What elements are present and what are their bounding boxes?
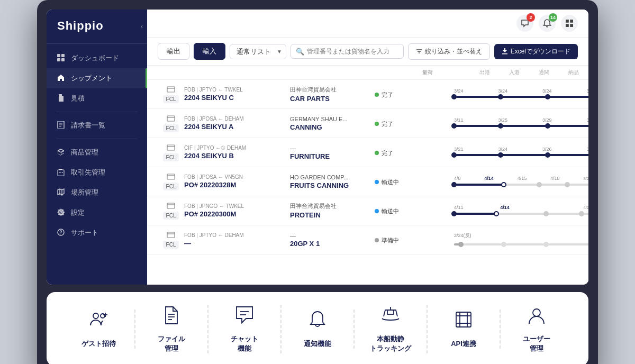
feature-file-mgmt[interactable]: ファイル管理 bbox=[135, 305, 208, 353]
row-type: FCL bbox=[158, 172, 184, 190]
status-dot-preparing bbox=[375, 238, 379, 242]
download-button[interactable]: Excelでダウンロード bbox=[494, 44, 578, 59]
svg-rect-36 bbox=[167, 203, 175, 208]
fcl-label: FCL bbox=[163, 153, 179, 161]
user-mgmt-icon bbox=[527, 305, 547, 329]
ship-info: FOB | JPTYO ← DEHAM — bbox=[184, 232, 290, 247]
chat-button[interactable]: 2 bbox=[516, 15, 533, 32]
feature-api[interactable]: API連携 bbox=[428, 310, 501, 349]
list-select[interactable]: 通常リスト bbox=[230, 44, 286, 59]
ship-name: 2204 SEIKYU B bbox=[184, 152, 290, 160]
download-label: Excelでダウンロード bbox=[511, 47, 570, 56]
table-row: FCL FOB | JPNGO ← TWKEL PO# 20220300M 田神… bbox=[147, 196, 588, 225]
sidebar-label-quote: 見積 bbox=[71, 94, 85, 103]
sidebar-item-partner[interactable]: 取引先管理 bbox=[47, 162, 147, 183]
sidebar-item-dashboard[interactable]: ダッシュボード bbox=[47, 48, 147, 68]
ship-name: PO# 20220328M bbox=[184, 181, 290, 189]
sidebar-item-invoice[interactable]: 請求書一覧 bbox=[47, 115, 147, 135]
col-status bbox=[375, 69, 422, 76]
file-icon bbox=[56, 94, 66, 103]
building-icon bbox=[56, 168, 66, 177]
fcl-label: FCL bbox=[163, 95, 179, 103]
import-tab[interactable]: 輸入 bbox=[194, 43, 225, 60]
svg-point-15 bbox=[60, 233, 61, 234]
ship-name: — bbox=[184, 239, 290, 247]
status-badge: 完了 bbox=[375, 120, 393, 128]
collapse-button[interactable]: ‹ bbox=[141, 23, 147, 30]
chat-feature-icon bbox=[234, 305, 255, 329]
nav-divider-2 bbox=[56, 139, 138, 139]
feature-guest-invite[interactable]: ゲスト招待 bbox=[62, 310, 135, 349]
main-content: 2 14 輸出 輸入 通常リスト ▼ 🔍 bbox=[147, 10, 588, 285]
sidebar-item-location[interactable]: 場所管理 bbox=[47, 183, 147, 203]
feature-chat[interactable]: チャット機能 bbox=[208, 305, 282, 353]
feature-label-api: API連携 bbox=[451, 339, 476, 349]
row-type: FCL bbox=[158, 85, 184, 103]
search-input[interactable] bbox=[291, 44, 404, 59]
table-row: FCL FOB | JPTYO ← TWKEL 2204 SEIKYU C 田神… bbox=[147, 80, 588, 109]
row-type: FCL bbox=[158, 143, 184, 161]
shipment-table: 量荷 出港 入港 通関 納品 F/T bbox=[147, 66, 588, 285]
app-header: 2 14 bbox=[147, 10, 588, 38]
status-cell: 輸送中 bbox=[375, 206, 422, 215]
chat-badge: 2 bbox=[527, 13, 535, 22]
api-icon bbox=[453, 310, 474, 334]
feature-bar: ゲスト招待 ファイル管理 bbox=[47, 292, 588, 364]
ship-route: FOB | JPOSA ← VN5GN bbox=[184, 174, 290, 180]
svg-rect-3 bbox=[61, 58, 65, 61]
sidebar-label-support: サポート bbox=[71, 228, 98, 238]
status-dot bbox=[375, 151, 379, 155]
sidebar-nav: ダッシュボード シップメント 見積 bbox=[47, 44, 147, 285]
timeline-cell: 4/8 4/14 4/15 4/18 8/22迄 bbox=[454, 174, 588, 189]
cargo-info: 田神台湾貿易会社 PROTEIN bbox=[290, 202, 375, 219]
sidebar-item-quote[interactable]: 見積 bbox=[47, 88, 147, 108]
ship-name: 2204 SEIKYU C bbox=[184, 94, 290, 102]
svg-point-63 bbox=[533, 309, 540, 316]
fcl-label: FCL bbox=[163, 212, 179, 220]
logo-wrap: Shippio ‹ bbox=[47, 10, 147, 44]
row-type: FCL bbox=[158, 114, 184, 132]
gear-icon bbox=[56, 208, 66, 217]
sidebar-item-support[interactable]: サポート bbox=[47, 223, 147, 243]
notification-button[interactable]: 14 bbox=[539, 15, 556, 32]
question-icon bbox=[56, 229, 66, 238]
svg-rect-23 bbox=[502, 53, 507, 54]
status-cell: 輸送中 bbox=[375, 177, 422, 186]
ship-info: FOB | JPNGO ← TWKEL PO# 20220300M bbox=[184, 203, 290, 218]
timeline-cell: 3/243/243/243/24 bbox=[454, 87, 588, 102]
feature-label-chat: チャット機能 bbox=[231, 334, 258, 353]
fcl-label: FCL bbox=[163, 241, 179, 249]
feature-label-vessel: 本船動静トラッキング bbox=[370, 334, 411, 353]
row-type: FCL bbox=[158, 202, 184, 220]
export-tab[interactable]: 輸出 bbox=[158, 43, 189, 60]
col-type bbox=[158, 69, 184, 76]
grid-menu-button[interactable] bbox=[561, 15, 578, 32]
list-select-wrap: 通常リスト ▼ bbox=[230, 44, 286, 59]
map-icon bbox=[56, 188, 66, 197]
sidebar-item-shipment[interactable]: シップメント bbox=[47, 68, 147, 88]
feature-vessel-track[interactable]: 本船動静トラッキング bbox=[355, 305, 428, 353]
nav-divider bbox=[56, 112, 138, 112]
table-row: FCL CIF | JPTYO ←① DEHAM 2204 SEIKYU B —… bbox=[147, 138, 588, 167]
status-badge: 輸送中 bbox=[375, 207, 399, 215]
feature-user-mgmt[interactable]: ユーザー管理 bbox=[501, 305, 573, 353]
sidebar-item-product[interactable]: 商品管理 bbox=[47, 142, 147, 162]
cargo-name: FURNITURE bbox=[290, 152, 375, 160]
feature-notification[interactable]: 通知機能 bbox=[282, 310, 355, 349]
col-ship bbox=[184, 69, 290, 76]
status-badge: 完了 bbox=[375, 91, 393, 99]
cargo-company: 田神台湾貿易会社 bbox=[290, 202, 375, 210]
svg-rect-27 bbox=[167, 116, 175, 121]
grid-icon bbox=[56, 54, 66, 63]
svg-point-42 bbox=[93, 313, 98, 319]
filter-button[interactable]: 絞り込み・並べ替え bbox=[408, 43, 490, 60]
table-row: FCL FOB | JPOSA ← VN5GN PO# 20220328M HO… bbox=[147, 167, 588, 196]
svg-rect-19 bbox=[570, 24, 573, 27]
cargo-info: HO GARDEN COMP... FRUITS CANNING bbox=[290, 174, 375, 189]
device-frame: Shippio ‹ ダッシュボード シップメント bbox=[37, 0, 598, 364]
app-logo: Shippio bbox=[47, 10, 147, 40]
sidebar-label-product: 商品管理 bbox=[71, 148, 98, 157]
search-icon: 🔍 bbox=[296, 48, 304, 56]
sidebar-item-settings[interactable]: 設定 bbox=[47, 203, 147, 223]
th-depart: 出港 bbox=[470, 69, 500, 76]
